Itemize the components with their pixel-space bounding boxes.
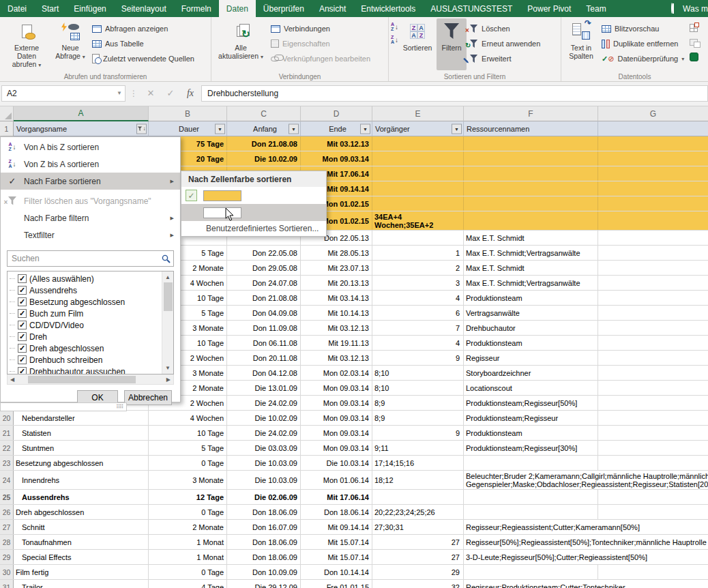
tab-start[interactable]: Start bbox=[34, 0, 66, 17]
filter-value-item[interactable]: ✓Drehbuch schreiben bbox=[10, 354, 162, 366]
checkbox-checked[interactable]: ✓ bbox=[18, 274, 27, 283]
cell[interactable] bbox=[598, 505, 708, 519]
row-number[interactable]: 27 bbox=[0, 520, 14, 534]
header-vorgangsname[interactable]: Vorgangsname ↓ bbox=[14, 121, 149, 136]
cell[interactable]: Mit 28.05.13 bbox=[301, 246, 372, 260]
cell[interactable]: Special Effects bbox=[14, 550, 149, 564]
row-number[interactable]: 24 bbox=[0, 471, 14, 489]
cell[interactable]: Die 10.03.09 bbox=[227, 456, 301, 470]
cell[interactable] bbox=[598, 166, 708, 181]
cell[interactable]: Statisten bbox=[14, 426, 149, 440]
color-option-none[interactable] bbox=[181, 204, 326, 221]
cell[interactable] bbox=[598, 276, 708, 290]
cell[interactable]: Don 21.08.08 bbox=[227, 136, 301, 151]
sort-za-button[interactable]: ZA↓ bbox=[391, 35, 398, 44]
cell[interactable]: Don 18.06.09 bbox=[227, 550, 301, 564]
cell[interactable]: Don 22.05.08 bbox=[227, 246, 301, 260]
cell[interactable]: 12 Tage bbox=[149, 490, 227, 504]
scrollbar-thumb[interactable] bbox=[28, 376, 136, 383]
menu-resize-grip[interactable]: ⠿⠿ bbox=[0, 402, 127, 411]
column-header-C[interactable]: C bbox=[227, 106, 301, 121]
cell[interactable] bbox=[464, 166, 598, 181]
cell[interactable]: 8;9 bbox=[372, 411, 464, 425]
duplikate-entfernen-button[interactable]: Duplikate entfernen bbox=[599, 36, 687, 51]
cell[interactable]: Regisseur bbox=[464, 351, 598, 365]
cell[interactable]: Mit 19.11.13 bbox=[301, 336, 372, 350]
menu-item-sort-az[interactable]: AZ↓ Von A bis Z sortieren bbox=[1, 138, 180, 156]
cell[interactable] bbox=[598, 231, 708, 245]
column-header-A[interactable]: A bbox=[14, 106, 149, 121]
cell[interactable]: 3 Monate bbox=[149, 471, 227, 489]
cell[interactable]: Die 24.02.09 bbox=[227, 426, 301, 440]
cell[interactable]: 8;10 bbox=[372, 366, 464, 380]
cell[interactable]: Innendrehs bbox=[14, 471, 149, 489]
cell[interactable]: Mit 23.07.13 bbox=[301, 261, 372, 275]
row-number[interactable]: 28 bbox=[0, 535, 14, 549]
cell[interactable] bbox=[598, 321, 708, 335]
cell[interactable]: Locationscout bbox=[464, 381, 598, 395]
cell[interactable]: 27 bbox=[372, 535, 464, 549]
zuletzt-quellen-button[interactable]: Zuletzt verwendete Quellen bbox=[89, 51, 197, 66]
insert-function-icon[interactable]: fx bbox=[181, 88, 199, 99]
cell[interactable] bbox=[598, 211, 708, 230]
cell[interactable]: Don 11.09.08 bbox=[227, 321, 301, 335]
formula-input[interactable]: Drehbucherstellung bbox=[201, 85, 708, 102]
cell[interactable]: Film fertig bbox=[14, 565, 149, 579]
cell[interactable]: 20;22;23;24;25;26 bbox=[372, 505, 464, 519]
color-option-yellow[interactable]: ✓ bbox=[181, 187, 326, 204]
menu-item-filter-by-color[interactable]: Nach Farbe filtern ▶ bbox=[1, 209, 180, 226]
cell[interactable] bbox=[598, 291, 708, 305]
erneut-anwenden-button[interactable]: ↻ Erneut anwenden bbox=[467, 36, 543, 51]
custom-sort-item[interactable]: Benutzerdefiniertes Sortieren... bbox=[181, 221, 326, 236]
cell[interactable]: Max E.T. Schmidt;Vertragsanwälte bbox=[464, 276, 598, 290]
checkbox-checked[interactable]: ✓ bbox=[18, 297, 27, 306]
cell[interactable] bbox=[598, 426, 708, 440]
cell[interactable]: 6 bbox=[372, 306, 464, 320]
checkbox-checked[interactable]: ✓ bbox=[18, 355, 27, 364]
cell[interactable] bbox=[598, 565, 708, 579]
row-number[interactable]: 23 bbox=[0, 456, 14, 470]
checkbox-checked[interactable]: ✓ bbox=[18, 286, 27, 295]
konsolidieren-button[interactable] bbox=[690, 22, 698, 34]
cell[interactable]: Die 29.12.09 bbox=[227, 580, 301, 588]
cell[interactable]: Produktionsteam;Regisseur bbox=[464, 411, 598, 425]
cell[interactable]: 2 Monate bbox=[149, 520, 227, 534]
cell[interactable] bbox=[464, 181, 598, 196]
yellow-swatch[interactable] bbox=[203, 190, 241, 201]
filter-value-item[interactable]: ✓Buch zum Film bbox=[10, 308, 162, 319]
cell[interactable]: Regisseur;Produktionsteam;Cutter;Tontech… bbox=[464, 580, 598, 588]
cell[interactable]: Beleuchter;Bruder 2;Kameramann;Callgirl;… bbox=[464, 471, 598, 489]
cell[interactable]: 0 Tage bbox=[149, 505, 227, 519]
cell[interactable]: Die 03.03.09 bbox=[227, 441, 301, 455]
cell[interactable]: Mit 15.07.14 bbox=[301, 550, 372, 564]
cell[interactable]: Die 13.01.09 bbox=[227, 381, 301, 395]
row-number[interactable]: 20 bbox=[0, 411, 14, 425]
cell[interactable]: Storyboardzeichner bbox=[464, 366, 598, 380]
row-number[interactable]: 29 bbox=[0, 550, 14, 564]
cell[interactable]: Mon 01.06.14 bbox=[301, 471, 372, 489]
select-all-corner[interactable] bbox=[0, 106, 14, 121]
cell[interactable] bbox=[598, 366, 708, 380]
filter-button-dauer[interactable]: ▼ bbox=[215, 123, 225, 134]
tab-daten[interactable]: Daten bbox=[219, 0, 256, 17]
cell[interactable]: Mit 03.12.13 bbox=[301, 351, 372, 365]
cell[interactable]: Mit 15.07.14 bbox=[301, 535, 372, 549]
name-box[interactable]: A2 ▼ bbox=[1, 85, 126, 102]
cell[interactable]: Don 10.14.14 bbox=[301, 565, 372, 579]
erweitert-button[interactable]: Erweitert bbox=[467, 51, 543, 66]
cell[interactable]: Die 10.03.14 bbox=[301, 456, 372, 470]
cell[interactable]: Mit 17.06.14 bbox=[301, 490, 372, 504]
cell[interactable] bbox=[464, 196, 598, 211]
cell[interactable]: Don 04.09.08 bbox=[227, 306, 301, 320]
column-header-G[interactable]: G bbox=[598, 106, 708, 121]
cell[interactable]: Mon 09.03.14 bbox=[301, 441, 372, 455]
header-ende[interactable]: Ende ▼ bbox=[301, 121, 372, 136]
cell[interactable]: Produktionsteam bbox=[464, 291, 598, 305]
cell[interactable]: 9 bbox=[372, 426, 464, 440]
search-input[interactable] bbox=[8, 254, 158, 263]
cell[interactable] bbox=[372, 166, 464, 181]
cell[interactable]: 4 Wochen bbox=[149, 411, 227, 425]
cell[interactable]: Mit 20.13.13 bbox=[301, 276, 372, 290]
tab-entwicklertools[interactable]: Entwicklertools bbox=[353, 0, 423, 17]
tab-datei[interactable]: Datei bbox=[0, 0, 34, 17]
